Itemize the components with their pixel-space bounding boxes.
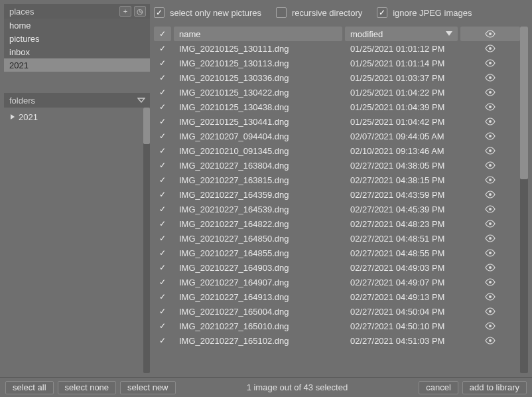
table-row[interactable]: ✓IMG_20210227_164913.dng02/27/2021 04:49… [154,289,520,304]
row-visibility[interactable] [460,278,520,286]
table-row[interactable]: ✓IMG_20210210_091345.dng02/10/2021 09:13… [154,143,520,158]
select-none-button[interactable]: select none [58,381,117,394]
row-check[interactable]: ✓ [154,102,171,112]
places-item[interactable]: pictures [4,32,150,45]
row-check[interactable]: ✓ [154,263,171,272]
row-visibility[interactable] [460,293,520,301]
row-check[interactable]: ✓ [154,44,171,53]
table-row[interactable]: ✓IMG_20210125_130336.dng01/25/2021 01:03… [154,70,520,85]
folders-tree: 2021 [4,108,143,126]
row-filename: IMG_20210125_130438.dng [174,102,342,112]
recent-places-button[interactable]: ◷ [134,6,146,17]
table-row[interactable]: ✓IMG_20210227_164855.dng02/27/2021 04:48… [154,246,520,260]
table-row[interactable]: ✓IMG_20210125_130113.dng01/25/2021 01:01… [154,56,520,70]
row-visibility[interactable] [460,59,520,67]
places-item[interactable]: home [4,19,150,32]
table-row[interactable]: ✓IMG_20210227_164822.dng02/27/2021 04:48… [154,216,520,231]
row-visibility[interactable] [460,337,520,345]
table-row[interactable]: ✓IMG_20210125_130111.dng01/25/2021 01:01… [154,41,520,56]
row-visibility[interactable] [460,220,520,228]
svg-point-13 [489,222,492,225]
row-visibility[interactable] [460,322,520,330]
sort-desc-icon [446,31,452,37]
row-visibility[interactable] [460,161,520,169]
ignore-jpeg-checkbox[interactable] [377,7,387,18]
recursive-checkbox[interactable] [276,7,287,18]
places-item[interactable]: 2021 [4,58,150,72]
row-modified: 02/27/2021 04:49:13 PM [345,292,458,302]
row-check[interactable]: ✓ [154,219,171,228]
table-row[interactable]: ✓IMG_20210227_164850.dng02/27/2021 04:48… [154,231,520,246]
row-check[interactable]: ✓ [154,234,171,243]
row-check[interactable]: ✓ [154,161,171,170]
table-row[interactable]: ✓IMG_20210227_163804.dng02/27/2021 04:38… [154,158,520,173]
table-row[interactable]: ✓IMG_20210227_164907.dng02/27/2021 04:49… [154,275,520,289]
row-check[interactable]: ✓ [154,58,171,68]
table-row[interactable]: ✓IMG_20210125_130422.dng01/25/2021 01:04… [154,85,520,100]
select-all-button[interactable]: select all [5,381,54,394]
row-check[interactable]: ✓ [154,146,171,155]
row-visibility[interactable] [460,264,520,272]
table-row[interactable]: ✓IMG_20210227_163815.dng02/27/2021 04:38… [154,173,520,187]
row-visibility[interactable] [460,307,520,315]
row-visibility[interactable] [460,147,520,155]
table-row[interactable]: ✓IMG_20210227_164359.dng02/27/2021 04:43… [154,187,520,202]
select-new-button[interactable]: select new [120,381,175,394]
table-row[interactable]: ✓IMG_20210227_165010.dng02/27/2021 04:50… [154,319,520,333]
row-check[interactable]: ✓ [154,292,171,301]
row-visibility[interactable] [460,249,520,257]
row-visibility[interactable] [460,191,520,198]
row-check[interactable]: ✓ [154,278,171,287]
row-check[interactable]: ✓ [154,190,171,199]
row-check[interactable]: ✓ [154,175,171,185]
table-scrollbar[interactable] [520,27,528,373]
row-filename: IMG_20210227_164822.dng [174,219,342,229]
row-check[interactable]: ✓ [154,204,171,214]
cancel-button[interactable]: cancel [419,381,458,394]
row-visibility[interactable] [460,205,520,213]
column-header-modified[interactable]: modified [345,27,458,41]
table-row[interactable]: ✓IMG_20210227_165004.dng02/27/2021 04:50… [154,304,520,319]
table-row[interactable]: ✓IMG_20210227_164903.dng02/27/2021 04:49… [154,260,520,275]
row-check[interactable]: ✓ [154,248,171,258]
row-visibility[interactable] [460,44,520,52]
column-header-visibility[interactable] [460,27,520,41]
table-row[interactable]: ✓IMG_20210125_130438.dng01/25/2021 01:04… [154,100,520,114]
row-modified: 02/27/2021 04:45:39 PM [345,204,458,214]
svg-point-2 [489,62,492,64]
folders-collapse-icon[interactable] [137,96,146,105]
folder-tree-item[interactable]: 2021 [5,110,142,123]
row-visibility[interactable] [460,118,520,125]
row-modified: 01/25/2021 01:04:39 PM [345,102,458,112]
table-row[interactable]: ✓IMG_20210227_165102.dng02/27/2021 04:51… [154,333,520,348]
add-to-library-button[interactable]: add to library [462,381,527,394]
row-visibility[interactable] [460,74,520,82]
column-header-name[interactable]: name [174,27,342,41]
row-check[interactable]: ✓ [154,88,171,97]
bottom-bar: select all select none select new 1 imag… [0,377,532,397]
row-visibility[interactable] [460,132,520,140]
column-header-check[interactable]: ✓ [154,27,171,41]
recursive-label: recursive directory [292,8,362,18]
row-filename: IMG_20210227_164539.dng [174,204,342,214]
row-visibility[interactable] [460,103,520,111]
table-row[interactable]: ✓IMG_20210227_164539.dng02/27/2021 04:45… [154,202,520,216]
row-check[interactable]: ✓ [154,336,171,345]
row-check[interactable]: ✓ [154,117,171,126]
add-place-button[interactable]: + [119,6,131,17]
row-check[interactable]: ✓ [154,131,171,141]
select-new-checkbox[interactable] [154,7,165,18]
folders-scrollbar[interactable] [143,108,150,373]
row-filename: IMG_20210227_165004.dng [174,307,342,317]
row-check[interactable]: ✓ [154,73,171,82]
row-check[interactable]: ✓ [154,321,171,331]
row-visibility[interactable] [460,88,520,96]
row-visibility[interactable] [460,234,520,242]
row-check[interactable]: ✓ [154,307,171,316]
table-row[interactable]: ✓IMG_20210207_094404.dng02/07/2021 09:44… [154,129,520,143]
places-item[interactable]: inbox [4,45,150,58]
table-row[interactable]: ✓IMG_20210125_130441.dng01/25/2021 01:04… [154,114,520,129]
row-modified: 02/27/2021 04:48:51 PM [345,234,458,244]
row-filename: IMG_20210227_163815.dng [174,175,342,185]
row-visibility[interactable] [460,176,520,184]
